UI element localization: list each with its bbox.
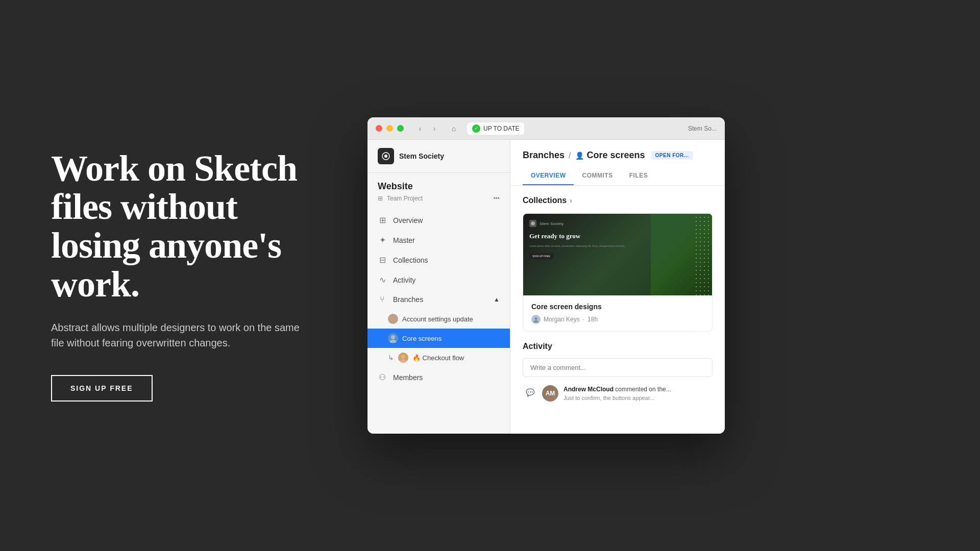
collections-icon: ⊟ <box>378 255 387 265</box>
branch-avatar-mk <box>388 333 398 343</box>
svg-point-5 <box>389 340 397 343</box>
preview-org-text: Stem Society <box>540 221 564 226</box>
members-icon: ⚇ <box>378 372 387 382</box>
activity-author: Andrew McCloud <box>564 386 614 393</box>
sidebar-master-label: Master <box>393 236 415 244</box>
tab-commits[interactable]: COMMITS <box>574 167 621 185</box>
sidebar-overview-label: Overview <box>393 216 423 224</box>
activity-action: commented on the... <box>615 386 671 393</box>
activity-section: Activity 💬 AM Andrew McCloud commented o… <box>523 342 713 402</box>
collection-author-avatar <box>531 315 541 324</box>
preview-collection-title: Get ready to grow <box>529 232 645 240</box>
activity-text: Andrew McCloud commented on the... <box>564 385 671 394</box>
org-name: Stem Society <box>399 152 444 160</box>
collection-info: Core screen designs Morgan Keys · <box>523 295 712 331</box>
project-type-label: Team Project <box>387 195 423 202</box>
main-panel: Branches / 👤 Core screens OPEN FOR... OV… <box>510 140 725 434</box>
preview-plant-decoration <box>651 214 712 295</box>
traffic-lights <box>376 125 404 132</box>
window-title: Stem So... <box>688 125 717 132</box>
svg-point-4 <box>391 335 395 339</box>
project-name: Website <box>378 181 500 192</box>
breadcrumb-branch: Branches <box>523 150 565 161</box>
branches-toggle-icon: ▲ <box>494 296 500 303</box>
svg-point-2 <box>391 316 395 320</box>
home-icon[interactable]: ⌂ <box>447 121 461 136</box>
breadcrumb-current: 👤 Core screens <box>575 150 645 161</box>
branch-list: Account settings update Core screens <box>368 309 510 367</box>
activity-sub-text: Just to confirm, the buttons appear... <box>564 395 671 401</box>
tab-overview[interactable]: OVERVIEW <box>523 167 574 185</box>
signup-button[interactable]: SIGN UP FREE <box>51 375 153 402</box>
branch-item-core-screens[interactable]: Core screens <box>368 329 510 348</box>
status-check-icon: ✓ <box>472 124 480 133</box>
sidebar-nav: ⊞ Overview ✦ Master ⊟ Collections ∿ Acti… <box>368 206 510 391</box>
breadcrumb: Branches / 👤 Core screens OPEN FOR... <box>523 150 713 161</box>
svg-point-1 <box>384 155 387 158</box>
preview-logo-area: Stem Society <box>529 220 645 227</box>
activity-icon: ∿ <box>378 275 387 285</box>
people-icon: 👤 <box>575 152 584 160</box>
svg-point-3 <box>389 320 397 323</box>
breadcrumb-current-label: Core screens <box>587 150 645 161</box>
collection-author: Morgan Keys <box>544 316 580 323</box>
title-bar: ‹ › ⌂ ✓ UP TO DATE Stem So... <box>368 117 725 140</box>
app-window: ‹ › ⌂ ✓ UP TO DATE Stem So... <box>368 117 725 434</box>
collections-label: Collections <box>523 196 567 205</box>
collection-name: Core screen designs <box>531 303 704 311</box>
preview-right-image <box>651 214 712 295</box>
back-arrow-icon[interactable]: ‹ <box>414 122 426 135</box>
sidebar-branches-label: Branches <box>393 295 423 304</box>
activity-content: Andrew McCloud commented on the... Just … <box>564 385 671 401</box>
sub-text: Abstract allows multiple designers to wo… <box>51 320 306 350</box>
indent-arrow-icon: ↳ <box>388 354 394 362</box>
right-section: ‹ › ⌂ ✓ UP TO DATE Stem So... <box>347 117 980 434</box>
branch-account-settings-label: Account settings update <box>402 315 473 323</box>
activity-item: 💬 AM Andrew McCloud commented on the... … <box>523 385 713 402</box>
overview-icon: ⊞ <box>378 215 387 225</box>
svg-point-7 <box>400 359 407 362</box>
preview-body-text: Lorem ipsum dolor sit amet, consectetur … <box>529 244 645 248</box>
sidebar-item-activity[interactable]: ∿ Activity <box>368 270 510 290</box>
collections-chevron-icon: › <box>570 196 572 205</box>
master-icon: ✦ <box>378 235 387 245</box>
sidebar-item-branches[interactable]: ⑂ Branches ▲ <box>368 290 510 309</box>
preview-logo-icon <box>529 220 536 227</box>
app-content: Stem Society Website ⊞ Team Project ••• … <box>368 140 725 434</box>
project-menu-icon[interactable]: ••• <box>493 195 500 202</box>
status-badge: ✓ UP TO DATE <box>467 122 524 135</box>
branch-core-screens-label: Core screens <box>402 335 442 342</box>
branch-item-account-settings[interactable]: Account settings update <box>368 309 510 329</box>
close-button[interactable] <box>376 125 382 132</box>
nav-arrows: ‹ › <box>414 122 440 135</box>
sidebar-activity-label: Activity <box>393 276 415 284</box>
maximize-button[interactable] <box>397 125 404 132</box>
svg-point-11 <box>534 320 538 322</box>
project-header: Website ⊞ Team Project ••• <box>368 173 510 206</box>
panel-tabs: OVERVIEW COMMITS FILES <box>523 167 713 185</box>
panel-body: Collections › <box>510 186 725 412</box>
minimize-button[interactable] <box>386 125 393 132</box>
sidebar-item-master[interactable]: ✦ Master <box>368 230 510 250</box>
preview-cta: SIGN UP FREE <box>529 253 553 259</box>
preview-left: Stem Society Get ready to grow Lorem ips… <box>523 214 651 295</box>
branch-avatar-am <box>388 314 398 324</box>
svg-point-9 <box>532 223 533 224</box>
org-header: Stem Society <box>368 140 510 173</box>
collection-preview: Stem Society Get ready to grow Lorem ips… <box>523 214 712 295</box>
collections-section-title: Collections › <box>523 196 713 205</box>
forward-arrow-icon[interactable]: › <box>428 122 440 135</box>
main-heading: Work on Sketch files without losing anyo… <box>51 149 306 304</box>
comment-input[interactable] <box>523 358 713 377</box>
collection-card[interactable]: Stem Society Get ready to grow Lorem ips… <box>523 213 713 332</box>
sidebar-item-collections[interactable]: ⊟ Collections <box>368 250 510 270</box>
tab-files[interactable]: FILES <box>621 167 656 185</box>
sidebar-item-members[interactable]: ⚇ Members <box>368 367 510 387</box>
left-section: Work on Sketch files without losing anyo… <box>0 109 347 442</box>
collection-time: 18h <box>587 316 598 323</box>
branches-icon: ⑂ <box>378 295 387 304</box>
breadcrumb-separator: / <box>569 151 571 160</box>
org-icon <box>378 148 394 164</box>
sidebar-item-overview[interactable]: ⊞ Overview <box>368 210 510 230</box>
branch-item-checkout-flow[interactable]: ↳ 🔥 Checkout flow <box>368 348 510 367</box>
